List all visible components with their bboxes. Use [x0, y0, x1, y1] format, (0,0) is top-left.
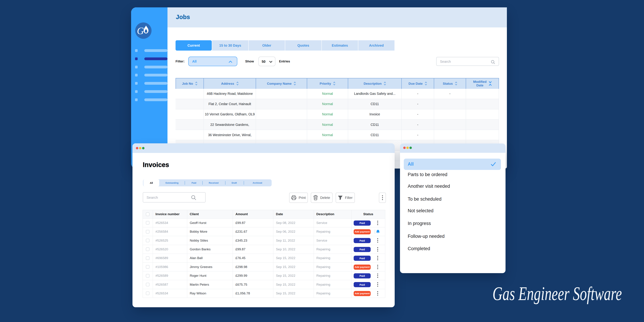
svg-text:Gas Engineer Software: Gas Engineer Software: [492, 283, 622, 304]
svg-text:G: G: [137, 25, 144, 36]
